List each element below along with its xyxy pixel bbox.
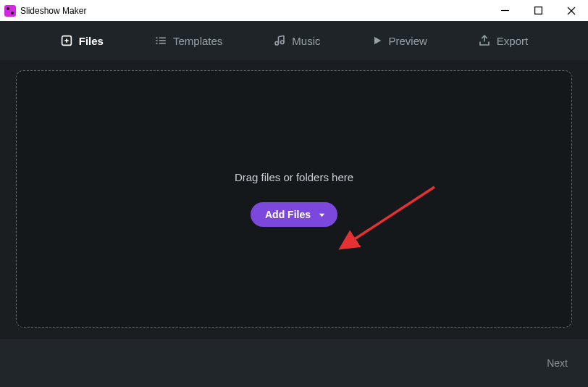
maximize-button[interactable] bbox=[521, 0, 555, 21]
tab-files[interactable]: Files bbox=[60, 34, 104, 47]
svg-marker-19 bbox=[319, 213, 324, 217]
tab-files-label: Files bbox=[79, 35, 104, 47]
music-icon bbox=[273, 34, 286, 47]
tab-preview[interactable]: Preview bbox=[371, 35, 427, 47]
close-icon bbox=[567, 7, 576, 15]
window-controls bbox=[488, 0, 588, 21]
svg-rect-1 bbox=[534, 7, 542, 14]
titlebar: Slideshow Maker bbox=[0, 0, 588, 21]
export-icon bbox=[478, 34, 491, 47]
add-files-label: Add Files bbox=[265, 209, 311, 220]
chevron-down-icon bbox=[318, 211, 326, 219]
app-body: Files Templates Music Preview Export Dra… bbox=[0, 21, 588, 387]
add-files-button[interactable]: Add Files bbox=[251, 202, 337, 227]
maximize-icon bbox=[534, 7, 542, 14]
close-button[interactable] bbox=[555, 0, 588, 21]
titlebar-left: Slideshow Maker bbox=[4, 5, 86, 17]
tab-music[interactable]: Music bbox=[273, 34, 320, 47]
dropzone[interactable]: Drag files or folders here Add Files bbox=[16, 70, 572, 328]
tab-music-label: Music bbox=[292, 35, 320, 47]
tab-templates[interactable]: Templates bbox=[154, 34, 222, 47]
dropzone-hint: Drag files or folders here bbox=[235, 171, 353, 183]
toolbar: Files Templates Music Preview Export bbox=[0, 21, 588, 60]
tab-templates-label: Templates bbox=[173, 35, 222, 47]
svg-line-17 bbox=[279, 36, 285, 37]
play-icon bbox=[371, 35, 383, 46]
tab-preview-label: Preview bbox=[389, 35, 427, 47]
app-title: Slideshow Maker bbox=[20, 6, 86, 16]
app-icon bbox=[4, 5, 16, 17]
tab-export-label: Export bbox=[497, 35, 528, 47]
tab-export[interactable]: Export bbox=[478, 34, 528, 47]
footer: Next bbox=[0, 339, 588, 387]
svg-marker-18 bbox=[374, 37, 381, 45]
templates-icon bbox=[154, 34, 167, 47]
file-plus-icon bbox=[60, 34, 73, 47]
minimize-button[interactable] bbox=[488, 0, 521, 21]
minimize-icon bbox=[501, 7, 509, 14]
next-button[interactable]: Next bbox=[547, 357, 568, 369]
main-area: Drag files or folders here Add Files bbox=[0, 60, 588, 339]
